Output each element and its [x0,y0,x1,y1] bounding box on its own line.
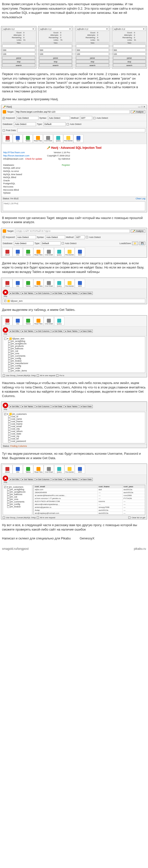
close-icon[interactable]: ✕ [106,28,108,30]
save-tables-button[interactable]: ▸ Save Tables [64,478,79,481]
site-link[interactable]: http://ITSecTeam.com [3,151,25,154]
table-item[interactable]: jim_acsightlog [4,340,144,342]
search-button[interactable]: search [2,64,35,67]
table-item[interactable]: jim_config [4,503,31,505]
tab-tables[interactable]: Tables [23,316,33,326]
save-data-button[interactable]: ▸ Save Data [80,405,93,408]
col-header[interactable]: cust_pass [122,485,145,488]
keyword-input[interactable] [16,116,38,120]
tab-tables[interactable]: Tables [23,465,33,474]
database-select[interactable] [14,122,36,126]
tab-read-files[interactable]: Read Files [33,465,44,474]
data-row[interactable]: a@a.comasdasd2012a [34,488,145,491]
save-tables-button[interactable]: ▸ Save Tables [64,405,79,408]
table-item[interactable]: jim_config [4,357,144,360]
column-item[interactable]: cust_id [4,415,144,418]
col-header[interactable]: cust_email [34,485,98,488]
table-item[interactable]: jim_order [4,367,144,369]
table-item[interactable]: jim_ballooss [4,347,144,350]
tab-info[interactable]: Info [13,134,23,143]
analyze-button-2[interactable]: 🥕 Analyze [131,229,145,233]
threads-input[interactable] [2,49,35,52]
get-tables-button[interactable]: ▸ Get Tables [21,405,34,408]
autodetect-check-2[interactable] [67,123,69,125]
threads-input[interactable] [113,49,146,52]
target-input-2[interactable] [15,229,130,233]
table-item[interactable]: jim_acsightcore [4,491,31,493]
tree-root[interactable]: ▾ 🟨 l@pser_tem [4,337,144,340]
postdata-check[interactable] [3,129,5,131]
col-header[interactable]: cust_fname [97,485,122,488]
column-item[interactable]: cust_email [4,425,144,428]
get-columns-button[interactable]: ▸ Get Columns [35,330,51,333]
table-item[interactable]: jim_products [4,345,144,347]
data-row[interactable]: amiers@yandex.rusnoopy7008— [34,506,145,509]
tab-md5[interactable]: MD5 [75,465,85,474]
table-item[interactable]: jim_acsightcore [4,342,144,345]
save-tables-button[interactable]: ▸ Save Tables [64,291,79,295]
table-item[interactable]: jim_acsightlog [4,488,31,491]
tab-cmd-shell[interactable]: Cmd Shell [44,248,54,256]
tab-about[interactable]: About [2,248,12,256]
forum-link[interactable]: http://forum.itsecteam.com [3,154,29,157]
close-icon[interactable]: ✕ [143,28,145,30]
tab-cmd-shell[interactable]: Cmd Shell [43,134,53,143]
tab-tables[interactable]: Tables [23,248,33,256]
tag-input[interactable] [39,44,72,48]
save-data-button[interactable]: ▸ Save Data [80,330,93,333]
threads-input[interactable] [76,49,109,52]
close-icon[interactable]: ✕ [69,28,71,30]
table-item[interactable]: jim_comments [4,500,31,503]
load-button[interactable]: 📁 [132,242,138,245]
save-data-button[interactable]: ▸ Save Data [80,291,93,295]
data-row[interactable]: Aviapasch2012a— [34,509,145,512]
keyword-check[interactable] [3,117,5,119]
search-button[interactable]: search [76,64,109,67]
timeout-input[interactable] [39,53,72,55]
table-item[interactable]: jim_itvalue [4,360,144,362]
table-item[interactable]: jim_cms [4,498,31,500]
column-item[interactable]: cust_tel [4,437,144,440]
tab-query[interactable]: Query [54,465,64,474]
get-columns-button[interactable]: ▸ Get Columns [35,291,51,295]
column-item[interactable]: cust_name [4,418,144,420]
tab-read-files[interactable]: Read Files [33,248,44,256]
syntax-select[interactable] [48,116,70,120]
stop-button[interactable]: ✖ [3,290,8,295]
timeout-input[interactable] [76,53,109,55]
tab-find-admin[interactable]: Find Admin [64,465,75,474]
window-controls[interactable]: — □ ✕ [138,105,145,108]
register-link[interactable]: Register [62,164,70,166]
timeout-input[interactable] [113,53,146,55]
get-tables-button[interactable]: ▸ Get Tables [21,330,34,333]
get-columns-button[interactable]: ▸ Get Columns [35,478,51,481]
stop-button[interactable]: stop [113,60,146,63]
data-row[interactable]: arc@naptacp@hotmail.comasch2012a— [34,512,145,515]
type-select[interactable] [43,122,66,126]
timeout-input[interactable] [2,53,35,55]
parse-button[interactable]: parse [113,56,146,60]
stop-button[interactable]: stop [2,60,35,63]
close-icon[interactable]: ✕ [32,28,34,30]
tab-info[interactable]: Info [12,316,23,326]
clear-log-link[interactable]: Clear Log [136,197,145,200]
tab-info[interactable]: Info [12,279,23,288]
get-columns-button[interactable]: ▸ Get Columns [35,405,51,408]
tab-read-files[interactable]: Read Files [33,134,43,143]
tab-tables[interactable]: Tables [23,134,33,143]
tag-input[interactable] [2,44,35,48]
get-dbs-button[interactable]: ▸ Get DBs [9,405,20,408]
table-item[interactable]: jim_comments [4,355,144,357]
tree-db-root[interactable]: 🟨 l@pser_tem [4,300,144,302]
parse-button[interactable]: parse [76,56,109,60]
tab-info[interactable]: Info [12,465,23,474]
tab-info[interactable]: Info [12,248,23,256]
tag-input[interactable] [113,44,146,48]
tab-about[interactable]: About [3,134,12,143]
column-item[interactable]: cust_city [4,428,144,430]
search-button[interactable]: search [113,64,146,67]
target-input[interactable] [15,110,130,114]
column-item[interactable]: cust_fname [4,420,144,423]
tab-about[interactable]: About [2,279,12,288]
tab-md5[interactable]: MD5 [75,279,85,288]
